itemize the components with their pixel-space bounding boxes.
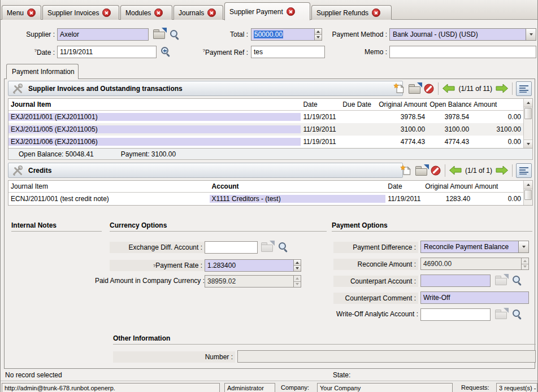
selected-text: 50000.00 <box>254 31 283 38</box>
delete-record-icon[interactable] <box>423 83 435 94</box>
credits-table: Journal Item Account Date Original Amoun… <box>8 180 533 206</box>
internal-notes-title: Internal Notes <box>11 221 102 232</box>
table-row[interactable]: EXJ/2011/006 (EXJ2011006) 11/19/2011 477… <box>8 136 523 148</box>
window-tab-supplier-payment[interactable]: Supplier Payment <box>224 2 310 20</box>
column-header[interactable]: Open Balance <box>427 101 471 108</box>
column-header[interactable]: Journal Item <box>8 101 301 108</box>
open-record-icon[interactable] <box>495 310 507 319</box>
previous-page-icon[interactable] <box>449 165 462 175</box>
close-icon[interactable] <box>27 8 36 17</box>
column-header[interactable]: Original Amount <box>376 101 427 108</box>
payment-ref-field[interactable]: tes <box>251 46 325 58</box>
new-record-icon[interactable] <box>400 165 413 176</box>
tools-icon <box>11 164 24 177</box>
open-record-icon[interactable] <box>495 276 507 285</box>
credits-table-header: Journal Item Account Date Original Amoun… <box>8 181 523 193</box>
search-icon[interactable] <box>512 309 523 320</box>
total-field[interactable]: 50000.00 <box>251 28 315 41</box>
scrollbar-thumb[interactable] <box>524 190 532 200</box>
column-header[interactable]: Original Amount <box>423 182 472 190</box>
open-record-icon[interactable] <box>261 242 273 252</box>
next-page-icon[interactable] <box>496 165 509 175</box>
column-header[interactable]: Date <box>385 182 423 190</box>
paid-amount-field: 38959.02 <box>205 275 294 288</box>
table-row[interactable]: EXJ/2011/005 (EXJ2011005) 11/19/2011 310… <box>8 123 523 136</box>
paid-amount-label: Paid Amount in Company Currency : <box>89 277 205 285</box>
counterpart-account-field[interactable] <box>420 275 491 287</box>
search-icon[interactable] <box>512 275 523 286</box>
pager-label: (1/1 of 1) <box>464 167 493 175</box>
tab-label: Supplier Payment <box>229 8 283 16</box>
server-url: http://admin@trunk-678.runbot.openerp. <box>2 383 220 392</box>
cell-journal-item[interactable]: EXJ/2011/006 (EXJ2011006) <box>8 138 301 146</box>
payment-rate-spinner[interactable] <box>294 259 301 272</box>
cell-journal-item[interactable]: EXJ/2011/001 (EXJ2011001) <box>8 113 301 121</box>
column-header[interactable]: Date <box>301 101 340 108</box>
column-header[interactable]: Account <box>210 182 386 190</box>
vertical-scrollbar[interactable] <box>523 181 532 205</box>
close-icon[interactable] <box>287 7 295 16</box>
scroll-up-icon[interactable] <box>524 99 532 107</box>
new-record-icon[interactable] <box>393 83 406 94</box>
switch-view-icon[interactable] <box>516 163 532 178</box>
number-label: Number : <box>113 351 235 363</box>
chevron-down-icon[interactable] <box>518 241 528 252</box>
window-tab-modules[interactable]: Modules <box>120 5 172 20</box>
switch-view-icon[interactable] <box>516 81 532 96</box>
scrollbar-thumb[interactable] <box>524 108 532 119</box>
total-spinner[interactable] <box>315 28 322 41</box>
column-header[interactable]: Due Date <box>340 101 376 108</box>
invoices-summary: Open Balance: 50048.41 Payment: 3100.00 <box>8 149 533 160</box>
close-icon[interactable] <box>372 8 380 17</box>
open-record-icon[interactable] <box>415 165 428 176</box>
column-header[interactable]: Amount <box>471 101 523 108</box>
window-tab-bar: Menu Supplier Invoices Modules Journals … <box>1 0 537 20</box>
reconcile-amount-label: Reconcile Amount : <box>333 259 418 270</box>
window-tab-menu[interactable]: Menu <box>2 5 41 20</box>
window-tab-supplier-invoices[interactable]: Supplier Invoices <box>42 5 119 20</box>
payment-rate-field[interactable]: 1.283400 <box>205 259 294 272</box>
counterpart-comment-field[interactable]: Write-Off <box>420 291 529 304</box>
supplier-field[interactable]: Axelor <box>57 28 149 41</box>
total-label: Total : <box>190 31 248 38</box>
writeoff-analytic-account-field[interactable] <box>420 308 491 321</box>
previous-page-icon[interactable] <box>442 84 455 93</box>
window-tab-supplier-refunds[interactable]: Supplier Refunds <box>311 5 392 20</box>
user-name: Administrator <box>224 383 275 392</box>
payment-information-panel: Supplier Invoices and Outstanding transa… <box>4 79 535 369</box>
cell-journal-item[interactable]: EXJ/2011/005 (EXJ2011005) <box>8 125 301 133</box>
chevron-down-icon[interactable] <box>526 29 536 40</box>
column-header[interactable]: Amount <box>472 182 523 190</box>
status-bar: http://admin@trunk-678.runbot.openerp. A… <box>1 381 537 392</box>
column-header[interactable]: Journal Item <box>8 182 210 190</box>
invoices-section-header: Supplier Invoices and Outstanding transa… <box>8 81 403 96</box>
open-record-icon[interactable] <box>408 83 421 94</box>
exchange-diff-account-field[interactable] <box>205 241 258 254</box>
table-row[interactable]: ECNJ/2011/001 (test credit note) X1111 C… <box>8 193 523 205</box>
open-balance-total: Open Balance: 50048.41 <box>19 150 94 158</box>
date-label: ?Date : <box>5 48 55 56</box>
paid-amount-spinner <box>294 275 301 288</box>
close-icon[interactable] <box>207 8 216 17</box>
window-tab-journals[interactable]: Journals <box>173 5 223 20</box>
vertical-scrollbar[interactable] <box>523 99 532 148</box>
scroll-down-icon[interactable] <box>524 140 532 148</box>
calendar-zoom-icon[interactable] <box>160 46 171 57</box>
table-row[interactable]: EXJ/2011/001 (EXJ2011001) 11/19/2011 397… <box>8 111 523 123</box>
counterpart-comment-label: Counterpart Comment : <box>333 293 418 304</box>
search-icon[interactable] <box>170 29 180 40</box>
next-page-icon[interactable] <box>496 84 509 93</box>
close-icon[interactable] <box>154 8 163 17</box>
delete-record-icon[interactable] <box>430 165 441 176</box>
other-information-title: Other Information <box>113 334 536 345</box>
search-icon[interactable] <box>278 242 289 252</box>
tab-payment-information[interactable]: Payment Information <box>6 64 79 79</box>
memo-field[interactable] <box>389 46 536 58</box>
date-field[interactable]: 11/19/2011 <box>57 46 157 58</box>
open-record-icon[interactable] <box>153 29 165 39</box>
payment-difference-select[interactable]: Reconcile Payment Balance <box>420 241 529 253</box>
cell-account[interactable]: X1111 Creditors - (test) <box>210 195 386 203</box>
close-icon[interactable] <box>102 8 111 17</box>
scroll-up-icon[interactable] <box>524 181 532 189</box>
payment-method-select[interactable]: Bank Journal - (USD) (USD) <box>389 28 536 41</box>
